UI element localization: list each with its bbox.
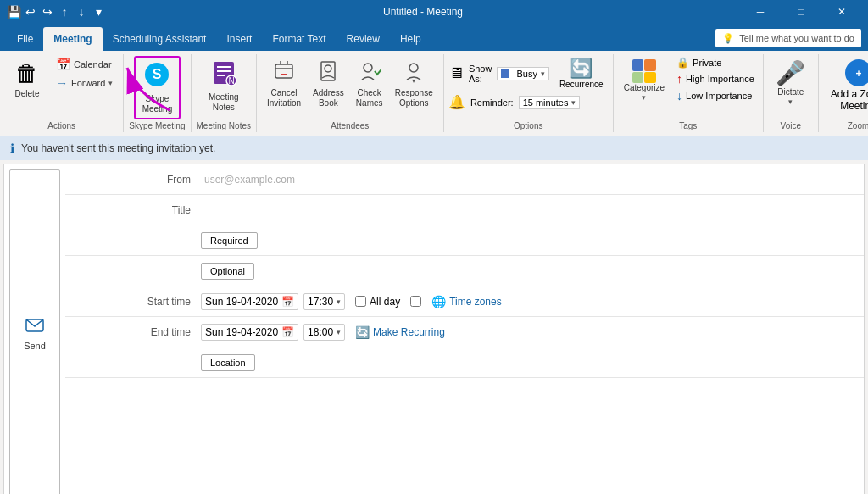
svg-point-15	[364, 64, 372, 72]
check-names-button[interactable]: CheckNames	[351, 56, 388, 112]
tab-insert[interactable]: Insert	[216, 27, 262, 51]
send-button[interactable]: Send	[9, 169, 60, 494]
ribbon-group-tags: Categorize ▾ 🔒 Private ↑ High Importance…	[614, 54, 764, 132]
calendar-button[interactable]: 📅 Calendar	[51, 56, 118, 73]
delete-button[interactable]: 🗑 Delete	[5, 56, 49, 103]
show-as-dropdown[interactable]: Busy ▾	[497, 67, 548, 80]
forward-chevron: ▾	[108, 79, 113, 87]
tab-help[interactable]: Help	[390, 27, 431, 51]
high-importance-button[interactable]: ↑ High Importance	[673, 71, 758, 86]
more-icon[interactable]: ▾	[92, 5, 105, 19]
skype-group-label: Skype Meeting	[129, 119, 185, 130]
reminder-value: 15 minutes	[523, 97, 569, 108]
svg-rect-8	[275, 64, 292, 78]
window-title: Untitled - Meeting	[105, 6, 741, 18]
down-icon[interactable]: ↓	[75, 5, 88, 19]
undo-icon[interactable]: ↩	[24, 5, 37, 19]
ribbon-group-skype: S SkypeMeeting Skype Meeting	[124, 54, 191, 132]
private-label: Private	[693, 58, 721, 68]
main-body: Send From Title Required Op	[3, 164, 865, 494]
reminder-dropdown[interactable]: 15 minutes ▾	[519, 96, 581, 109]
dictate-button[interactable]: 🎤 Dictate ▾	[769, 56, 813, 109]
required-button[interactable]: Required	[201, 232, 258, 249]
address-book-button[interactable]: AddressBook	[308, 56, 349, 112]
meeting-notes-icon: N	[210, 59, 237, 92]
all-day-checkbox2[interactable]	[410, 296, 421, 307]
redo-icon[interactable]: ↪	[41, 5, 54, 19]
start-time-label: Start time	[65, 296, 201, 308]
categorize-button[interactable]: Categorize ▾	[619, 56, 670, 105]
info-bar: ℹ You haven't sent this meeting invitati…	[0, 136, 868, 160]
add-zoom-meeting-button[interactable]: + Add a ZoomMeeting	[824, 56, 868, 115]
low-importance-button[interactable]: ↓ Low Importance	[673, 88, 758, 103]
all-day-label: All day	[370, 296, 400, 308]
send-icon	[25, 314, 45, 339]
window-controls: ─ □ ✕	[741, 0, 861, 24]
tab-meeting[interactable]: Meeting	[43, 27, 102, 51]
cancel-invitation-button[interactable]: CancelInvitation	[262, 56, 306, 112]
recurrence-icon: 🔄	[570, 58, 593, 80]
close-button[interactable]: ✕	[822, 0, 861, 24]
tags-column: 🔒 Private ↑ High Importance ↓ Low Import…	[673, 56, 758, 103]
location-button[interactable]: Location	[201, 354, 255, 371]
skype-meeting-button[interactable]: S SkypeMeeting	[134, 56, 181, 119]
title-row: Title	[65, 195, 864, 225]
response-options-button[interactable]: ▾ ResponseOptions	[390, 56, 438, 112]
reminder-label: Reminder:	[470, 97, 514, 108]
tab-review[interactable]: Review	[337, 27, 390, 51]
svg-rect-4	[217, 70, 231, 72]
dictate-label: Dictate	[777, 87, 804, 97]
minimize-button[interactable]: ─	[741, 0, 780, 24]
location-input[interactable]	[265, 353, 864, 372]
svg-text:S: S	[153, 67, 162, 81]
end-time-dropdown[interactable]: 18:00 ▾	[303, 324, 345, 341]
tab-scheduling[interactable]: Scheduling Assistant	[103, 27, 217, 51]
all-day-checkbox[interactable]	[355, 296, 366, 307]
check-names-icon	[358, 59, 381, 88]
required-input[interactable]	[268, 231, 864, 250]
meeting-notes-button[interactable]: N MeetingNotes	[202, 56, 246, 116]
maximize-button[interactable]: □	[782, 0, 821, 24]
meeting-notes-group-label: Meeting Notes	[197, 119, 251, 130]
end-date-input[interactable]: Sun 19-04-2020 📅	[201, 324, 298, 341]
cancel-invitation-icon	[272, 59, 296, 88]
voice-group-label: Voice	[781, 119, 801, 130]
save-icon[interactable]: 💾	[7, 5, 20, 19]
tab-formattext[interactable]: Format Text	[262, 27, 336, 51]
title-label: Title	[65, 204, 201, 216]
time-zones-button[interactable]: 🌐 Time zones	[431, 295, 502, 308]
categorize-chevron: ▾	[642, 93, 646, 102]
ribbon-group-options: 🖥 Show As: Busy ▾ 🔄 Recurrence 🔔 Reminde…	[444, 54, 614, 132]
start-date-input[interactable]: Sun 19-04-2020 📅	[201, 293, 298, 310]
private-button[interactable]: 🔒 Private	[673, 56, 758, 69]
zoom-icon: +	[845, 59, 869, 86]
forward-button[interactable]: → Forward ▾	[51, 75, 118, 92]
start-time-row: Start time Sun 19-04-2020 📅 17:30 ▾ All …	[65, 286, 864, 317]
actions-group-label: Actions	[47, 119, 75, 130]
zoom-group-label: Zoom	[848, 119, 868, 130]
location-row: Location	[65, 347, 864, 378]
search-bar[interactable]: 💡 Tell me what you want to do	[715, 29, 861, 47]
content-area: ℹ You haven't sent this meeting invitati…	[0, 136, 868, 494]
end-time-row: End time Sun 19-04-2020 📅 18:00 ▾ 🔄 Make…	[65, 317, 864, 347]
optional-input[interactable]	[264, 262, 864, 280]
busy-dot	[501, 69, 509, 78]
optional-button[interactable]: Optional	[201, 263, 254, 280]
time-zones-label: Time zones	[449, 296, 502, 308]
from-input[interactable]	[201, 170, 864, 189]
response-options-label: ResponseOptions	[395, 88, 433, 108]
end-time-chevron: ▾	[337, 328, 341, 336]
end-time-label: End time	[65, 326, 201, 338]
make-recurring-button[interactable]: 🔄 Make Recurring	[355, 325, 445, 339]
categorize-icon	[632, 59, 656, 83]
actions-items: 🗑 Delete 📅 Calendar → Forward ▾	[5, 56, 118, 119]
up-icon[interactable]: ↑	[58, 5, 71, 19]
tab-file[interactable]: File	[7, 27, 43, 51]
high-importance-label: High Importance	[686, 74, 754, 84]
dictate-chevron: ▾	[788, 97, 793, 106]
show-as-icon: 🖥	[448, 64, 464, 82]
required-row: Required	[65, 225, 864, 256]
title-input[interactable]	[201, 201, 864, 219]
recurrence-button[interactable]: 🔄 Recurrence	[554, 56, 609, 91]
start-time-dropdown[interactable]: 17:30 ▾	[303, 293, 345, 310]
